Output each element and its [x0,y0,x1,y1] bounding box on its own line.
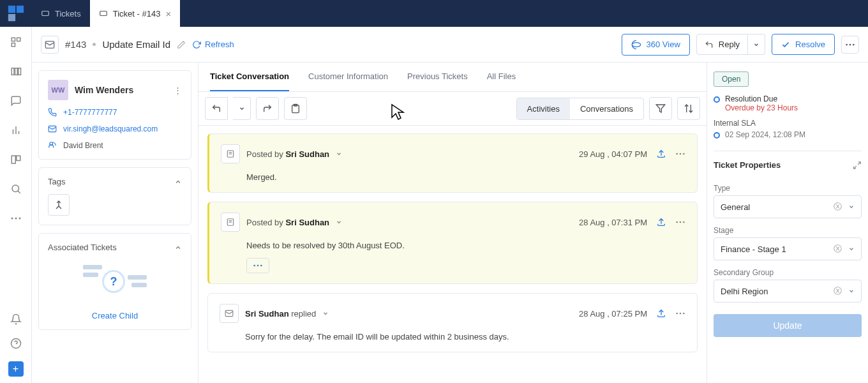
seg-activities[interactable]: Activities [517,98,570,119]
filter-icon[interactable] [649,97,672,120]
rail-bell-icon[interactable] [10,313,22,326]
share-icon[interactable] [656,149,666,159]
reply-button[interactable]: Reply [696,34,748,55]
note-item: Posted by Sri Sudhan 29 Aug , 04:07 PM M… [207,133,698,193]
tab-tickets[interactable]: Tickets [32,0,90,27]
group-select[interactable]: Delhi Region ⓧ [714,280,862,303]
chevron-down-icon[interactable] [848,288,855,294]
clear-icon[interactable]: ⓧ [834,285,842,297]
sort-icon[interactable] [677,97,700,120]
svg-point-52 [676,313,678,315]
status-badge[interactable]: Open [714,71,749,87]
clipboard-icon[interactable] [284,97,307,120]
stage-select[interactable]: Finance - Stage 1 ⓧ [714,237,862,260]
svg-point-39 [683,153,685,155]
update-button[interactable]: Update [714,314,862,337]
tab-all-files[interactable]: All Files [487,63,516,91]
svg-rect-9 [15,68,17,75]
conv-toolbar: Activities Conversations [198,92,707,126]
empty-illustration: ? Create Child [48,262,182,320]
reply-body: Sorry for the delay. The email ID will b… [245,332,685,342]
rail-analytics-icon[interactable] [10,124,22,137]
reply-label: Reply [719,40,740,49]
left-rail: + [0,27,32,383]
svg-rect-6 [17,38,20,41]
associated-tickets-card: Associated Tickets ? Create Child [38,233,191,330]
refresh-button[interactable]: Refresh [192,40,234,49]
agent-value: David Brent [63,141,103,150]
expand-icon[interactable] [853,161,862,170]
resolve-button[interactable]: Resolve [772,34,835,55]
type-select[interactable]: General ⓧ [714,195,862,218]
stage-value: Finance - Stage 1 [721,244,786,254]
header-more-icon[interactable] [841,36,859,54]
chevron-down-icon[interactable] [336,151,342,157]
expand-icon[interactable] [246,258,269,273]
mail-icon [220,304,239,323]
svg-line-55 [858,161,860,164]
close-icon[interactable]: × [165,8,171,19]
tab-conversation[interactable]: Ticket Conversation [210,63,289,91]
center-panel: Ticket Conversation Customer Information… [198,63,707,383]
chevron-up-icon[interactable] [174,178,182,186]
reply-icon[interactable] [205,97,228,120]
edit-icon[interactable] [177,40,186,49]
bullet-icon [714,96,720,103]
view-360-button[interactable]: 360 View [622,34,690,56]
svg-rect-14 [11,156,15,163]
share-icon[interactable] [656,217,666,227]
note-icon [221,144,240,163]
rail-chat-icon[interactable] [10,94,22,107]
merge-icon[interactable] [48,194,70,216]
contact-phone[interactable]: +1-7777777777 [48,108,182,117]
note-time: 29 Aug , 04:07 PM [579,149,647,159]
rail-more-icon[interactable] [10,212,22,225]
share-icon[interactable] [656,308,666,319]
tab-label: Tickets [55,9,81,19]
tags-card: Tags [38,167,191,225]
rail-board-icon[interactable] [10,153,22,166]
contact-menu-icon[interactable]: ⋮ [174,86,182,95]
note-author: Posted by Sri Sudhan [246,149,329,159]
svg-marker-32 [656,105,664,112]
svg-line-17 [18,191,20,193]
reply-caret[interactable] [748,34,765,55]
clear-icon[interactable]: ⓧ [834,243,842,255]
note-menu-icon[interactable] [675,153,685,155]
group-value: Delhi Region [721,287,768,296]
create-child-link[interactable]: Create Child [92,311,138,320]
tab-previous-tickets[interactable]: Previous Tickets [407,63,468,91]
left-panel: WW Wim Wenders ⋮ +1-7777777777 vir.singh… [32,63,198,383]
chevron-up-icon[interactable] [174,244,182,252]
chevron-down-icon[interactable] [848,246,855,252]
tab-ticket-detail[interactable]: Ticket - #143 × [90,0,180,27]
app-topbar: Tickets Ticket - #143 × [0,0,868,27]
svg-rect-15 [16,156,20,161]
rail-columns-icon[interactable] [10,65,22,78]
internal-sla-time: 02 Sep 2024, 12:08 PM [725,130,805,139]
reply-time: 28 Aug , 07:25 PM [579,309,647,319]
tab-customer-info[interactable]: Customer Information [308,63,388,91]
forward-icon[interactable] [256,97,279,120]
svg-point-38 [680,153,682,155]
svg-point-26 [849,43,851,45]
rail-add-button[interactable]: + [8,361,24,377]
chevron-down-icon[interactable] [848,204,855,210]
contact-email[interactable]: vir.singh@leadsquared.com [48,124,182,133]
chevron-down-icon[interactable] [336,219,342,225]
seg-conversations[interactable]: Conversations [570,98,643,119]
stage-label: Stage [714,226,862,235]
svg-point-27 [853,43,855,45]
rail-search-icon[interactable] [10,183,22,195]
reply-menu-icon[interactable] [675,312,685,315]
assoc-label: Associated Tickets [48,243,117,252]
chevron-down-icon[interactable] [322,310,329,317]
rail-help-icon[interactable] [10,337,22,350]
svg-rect-7 [11,43,15,47]
mail-icon [41,36,59,54]
svg-point-24 [632,42,640,47]
rail-dashboard-icon[interactable] [10,36,22,49]
clear-icon[interactable]: ⓧ [834,201,842,213]
reply-caret-icon[interactable] [233,97,251,120]
note-menu-icon[interactable] [675,221,685,223]
